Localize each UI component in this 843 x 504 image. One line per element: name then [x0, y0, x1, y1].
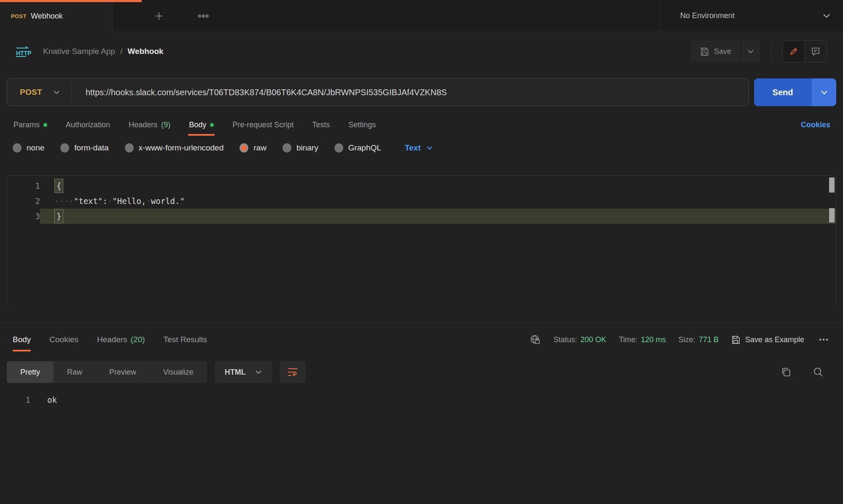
status-value: 200 OK [580, 335, 606, 344]
comments-button[interactable] [805, 41, 827, 62]
url-bar: POST https://hooks.slack.com/services/T0… [7, 78, 749, 106]
response-pane: Body Cookies Headers (20) Test Results [0, 322, 843, 407]
tab-headers[interactable]: Headers (9) [128, 106, 171, 143]
breadcrumb-separator: / [120, 47, 122, 56]
save-icon [731, 335, 740, 344]
active-tab-indicator [0, 0, 142, 2]
line-number: 1 [0, 393, 30, 407]
copy-response-button[interactable] [779, 365, 793, 379]
response-options-button[interactable] [817, 336, 830, 343]
environment-selector[interactable]: No Environment [660, 0, 843, 32]
cursor-position-marker [829, 208, 835, 223]
response-line-1: 1 ok [0, 393, 843, 407]
response-tab-body[interactable]: Body [13, 323, 31, 357]
tab-settings[interactable]: Settings [347, 106, 377, 143]
view-visualize[interactable]: Visualize [150, 361, 207, 383]
body-type-form-data[interactable]: form-data [60, 143, 108, 153]
language-selector[interactable]: Text [405, 143, 433, 153]
breadcrumb-request-name[interactable]: Webhook [127, 47, 163, 56]
postman-app: POST Webhook No Environment HTTP Knati [0, 0, 843, 504]
chevron-down-icon [823, 13, 830, 18]
params-status-dot [43, 123, 47, 127]
status-indicator: Status: 200 OK [553, 335, 606, 344]
response-tab-test-results[interactable]: Test Results [164, 323, 207, 357]
body-type-raw[interactable]: raw [240, 143, 267, 153]
body-type-binary[interactable]: binary [283, 143, 318, 153]
plus-icon [154, 11, 164, 21]
tab-label: Authorization [66, 121, 110, 129]
wrap-text-button[interactable] [280, 361, 306, 383]
tab-label: Pre-request Script [232, 121, 294, 129]
chevron-down-icon [426, 146, 433, 150]
response-content: ok [30, 393, 57, 407]
edit-request-button[interactable] [783, 41, 805, 62]
header-divider [771, 43, 771, 60]
save-label: Save [714, 47, 731, 56]
send-button-group: Send [754, 78, 836, 106]
format-label: HTML [225, 368, 246, 377]
save-as-example-button[interactable]: Save as Example [731, 335, 804, 344]
save-button[interactable]: Save [691, 40, 741, 62]
cookies-link[interactable]: Cookies [801, 121, 830, 129]
search-icon [813, 367, 824, 378]
size-indicator: Size: 771 B [679, 335, 719, 344]
response-tab-headers[interactable]: Headers (20) [97, 323, 145, 357]
copy-icon [781, 367, 792, 378]
method-selector[interactable]: POST [7, 79, 72, 106]
line-number: 1 [7, 178, 40, 193]
body-type-x-www-form-urlencoded[interactable]: x-www-form-urlencoded [125, 143, 224, 153]
tab-tests[interactable]: Tests [311, 106, 331, 143]
response-headers-count: (20) [131, 335, 145, 344]
request-body-editor[interactable]: 1 { 2 ····"text":·"Hello,·world." 3 } [7, 175, 836, 306]
send-options-button[interactable] [811, 78, 836, 106]
format-selector[interactable]: HTML [215, 361, 272, 383]
tab-bar: POST Webhook No Environment [0, 0, 843, 32]
scrollbar-thumb[interactable] [829, 177, 835, 193]
code-line-3: 3 } [7, 209, 836, 224]
headers-count: (9) [161, 121, 170, 129]
send-button[interactable]: Send [754, 78, 811, 106]
line-number: 2 [7, 193, 40, 209]
tab-method-badge: POST [11, 13, 27, 19]
radio-selected-icon [240, 143, 248, 153]
request-header: HTTP Knative Sample App / Webhook Save [0, 32, 843, 71]
http-request-icon: HTTP [15, 45, 31, 58]
save-options-button[interactable] [741, 40, 760, 62]
svg-text:HTTP: HTTP [16, 50, 31, 56]
editor-scrollbar[interactable] [829, 177, 835, 305]
chevron-down-icon [255, 370, 262, 374]
body-status-dot [210, 123, 214, 127]
tab-authorization[interactable]: Authorization [65, 106, 111, 143]
save-icon [700, 47, 709, 56]
body-type-none[interactable]: none [13, 143, 44, 153]
time-value: 120 ms [641, 335, 666, 344]
request-tab-webhook[interactable]: POST Webhook [0, 0, 113, 32]
more-options-icon [198, 14, 209, 18]
response-tab-cookies[interactable]: Cookies [49, 323, 78, 357]
search-response-button[interactable] [811, 365, 825, 379]
tab-options-button[interactable] [194, 10, 213, 22]
radio-icon [283, 143, 291, 153]
tab-pre-request-script[interactable]: Pre-request Script [232, 106, 294, 143]
tab-params[interactable]: Params [13, 106, 48, 143]
tab-strip: No Environment [113, 0, 843, 32]
response-meta: Status: 200 OK Time: 120 ms Size: 771 B … [530, 334, 830, 345]
breadcrumb-collection[interactable]: Knative Sample App [43, 47, 115, 56]
matched-bracket: { [54, 179, 63, 193]
tab-body[interactable]: Body [188, 106, 215, 143]
pencil-icon [789, 47, 798, 56]
wrap-text-icon [287, 367, 299, 377]
tab-label: Params [13, 121, 40, 129]
save-button-group: Save [691, 40, 760, 62]
code-line-1: 1 { [7, 178, 836, 193]
url-input[interactable]: https://hooks.slack.com/services/T06TD83… [72, 79, 749, 106]
language-label: Text [405, 143, 421, 153]
view-raw[interactable]: Raw [54, 361, 96, 383]
response-body-viewer[interactable]: 1 ok [0, 393, 843, 407]
comment-icon [811, 47, 820, 56]
new-tab-button[interactable] [150, 7, 168, 25]
view-pretty[interactable]: Pretty [7, 361, 54, 383]
more-options-icon [819, 338, 829, 341]
body-type-graphql[interactable]: GraphQL [334, 143, 381, 153]
view-preview[interactable]: Preview [96, 361, 150, 383]
